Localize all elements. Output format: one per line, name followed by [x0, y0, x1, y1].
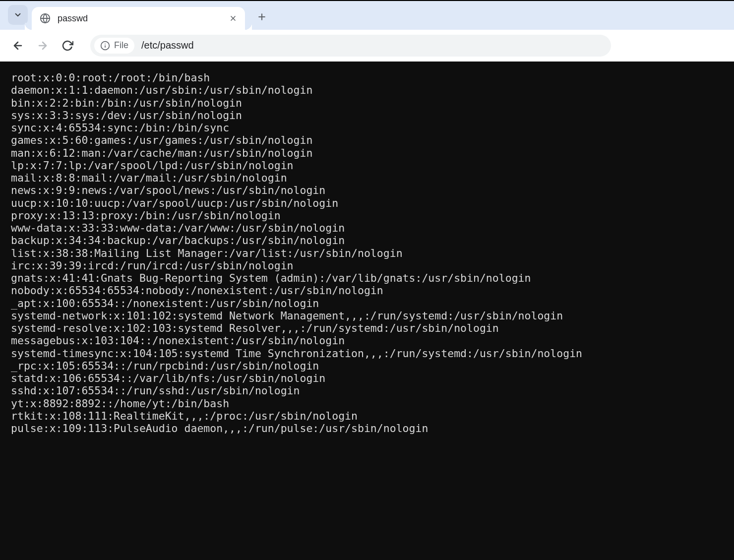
toolbar: File /etc/passwd [0, 30, 734, 62]
plus-icon [257, 12, 267, 22]
reload-icon [61, 40, 73, 52]
chevron-down-icon [13, 10, 22, 19]
tab-title: passwd [58, 13, 228, 24]
address-bar[interactable]: File /etc/passwd [90, 35, 611, 57]
arrow-right-icon [37, 40, 49, 52]
reload-button[interactable] [57, 35, 78, 57]
globe-icon [40, 13, 51, 24]
arrow-left-icon [12, 40, 24, 52]
info-icon [100, 41, 110, 51]
tab-strip: passwd [0, 0, 734, 30]
tab-search-dropdown[interactable] [8, 5, 28, 25]
close-icon [229, 14, 237, 22]
close-tab-button[interactable] [228, 13, 238, 23]
url-text[interactable]: /etc/passwd [141, 40, 607, 51]
file-content: root:x:0:0:root:/root:/bin/bash daemon:x… [0, 62, 734, 560]
site-info-label: File [114, 40, 128, 51]
back-button[interactable] [7, 35, 29, 57]
forward-button[interactable] [32, 35, 54, 57]
browser-tab[interactable]: passwd [32, 7, 245, 30]
new-tab-button[interactable] [252, 7, 272, 27]
site-info-chip[interactable]: File [94, 38, 134, 54]
